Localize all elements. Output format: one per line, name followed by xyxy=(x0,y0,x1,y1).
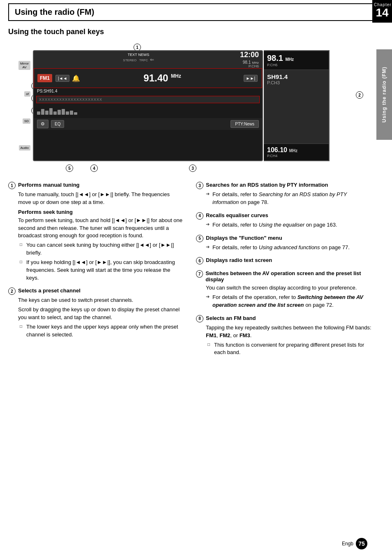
desc-item-7: 7 Switches between the AV operation scre… xyxy=(196,270,371,309)
screen-top-bar: TEXT NEWS STEREO TRFC ⇐ 12:00 98.1 MHz xyxy=(34,51,262,64)
desc-1-bullet-2: If you keep holding [|◄◄] or [►►|], you … xyxy=(20,259,184,282)
main-freq-display: 91.40 MHz xyxy=(82,72,242,84)
desc-4-number: 4 xyxy=(196,212,203,220)
desc-1-sub-para: To perform seek tuning, touch and hold [… xyxy=(18,217,184,240)
sidebar-bottom-channel[interactable]: 106.10 MHz P.CH4 xyxy=(264,144,329,160)
desc-8-bullet-1: This function is convenient for preparin… xyxy=(208,341,371,357)
desc-item-4: 4 Recalls equaliser curves For details, … xyxy=(196,212,371,229)
desc-1-bullets: You can cancel seek tuning by touching e… xyxy=(20,241,184,282)
desc-6-heading: 6 Displays radio text screen xyxy=(196,257,371,264)
stereo-label: STEREO xyxy=(123,58,136,62)
callout-3: 3 xyxy=(189,164,196,172)
desc-6-number: 6 xyxy=(196,257,203,264)
desc-item-6: 6 Displays radio text screen xyxy=(196,257,371,264)
time-value: 12:00 xyxy=(240,51,259,59)
section-heading: Using the touch panel keys xyxy=(8,28,371,36)
screen-text-news: TEXT NEWS STEREO TRFC ⇐ xyxy=(37,53,240,63)
desc-item-8: 8 Selects an FM band Tapping the key rep… xyxy=(196,315,371,357)
desc-3-heading: 3 Searches for an RDS station by PTY inf… xyxy=(196,182,371,189)
desc-2-title: Selects a preset channel xyxy=(18,287,81,294)
desc-item-5: 5 Displays the "Function" menu For detai… xyxy=(196,235,371,252)
desc-2-para-1: The keys can be used to switch preset ch… xyxy=(18,297,184,304)
callout-2-label: 2 xyxy=(356,91,363,99)
skip-back-btn[interactable]: |◄◄ xyxy=(55,75,69,82)
desc-8-number: 8 xyxy=(196,315,203,322)
desc-4-heading: 4 Recalls equaliser curves xyxy=(196,212,371,220)
radio-screen: TEXT NEWS STEREO TRFC ⇐ 12:00 98.1 MHz P… xyxy=(33,50,263,161)
speaker-icon: 🔔 xyxy=(72,74,80,82)
chapter-tab: Chapter 14 xyxy=(372,0,392,23)
desc-1-title: Performs manual tuning xyxy=(18,182,80,188)
desc-item-1: 1 Performs manual tuning To tune manuall… xyxy=(8,182,184,282)
desc-5-arrow: For details, refer to Using advanced fun… xyxy=(206,244,371,252)
desc-7-title: Switches between the AV operation screen… xyxy=(205,270,371,283)
sidebar-bottom-freq: 106.10 MHz xyxy=(267,146,325,154)
sidebar-top-pch: P.CH6 xyxy=(267,63,325,67)
left-label-audio: Audio xyxy=(19,145,30,151)
sidebar-bottom-pch: P.CH4 xyxy=(267,154,325,158)
callout-3-label: 3 xyxy=(189,164,196,172)
freq-top-right: 98.1 xyxy=(243,60,251,65)
left-label-of: of xyxy=(24,91,30,97)
desc-2-number: 2 xyxy=(8,287,16,295)
skip-fwd-btn[interactable]: ►►| xyxy=(244,75,258,82)
engb-label: Engb xyxy=(342,541,353,547)
desc-4-title: Recalls equaliser curves xyxy=(206,212,268,218)
desc-5-number: 5 xyxy=(196,235,203,242)
sidebar-station-name: SH91.4 xyxy=(267,73,325,80)
desc-2-bullet-1: The lower keys and the upper keys appear… xyxy=(20,323,184,339)
desc-8-para: Tapping the key repeatedly switches betw… xyxy=(206,324,371,340)
desc-5-heading: 5 Displays the "Function" menu xyxy=(196,235,371,242)
desc-1-bullet-1: You can cancel seek tuning by touching e… xyxy=(20,241,184,257)
eq-btn[interactable]: EQ xyxy=(51,120,64,128)
page-title: Using the radio (FM) xyxy=(15,7,94,17)
desc-3-number: 3 xyxy=(196,182,203,189)
page-header: Using the radio (FM) xyxy=(8,3,372,21)
wave-bars xyxy=(37,108,77,115)
desc-1-para-1: To tune manually, touch [|◄◄] or [►►|] b… xyxy=(18,191,184,206)
rds-text-value: XXXXXXXXXXXXXXXXXXXXXX xyxy=(39,97,102,102)
desc-8-title: Selects an FM band xyxy=(206,315,256,321)
callout-4: 4 xyxy=(90,164,98,172)
pty-btn[interactable]: PTY:News xyxy=(231,120,259,128)
sidebar-top-freq: 98.1 MHz xyxy=(267,53,325,63)
desc-3-arrow: For details, refer to Searching for an R… xyxy=(206,191,371,206)
page-footer: Engb 75 xyxy=(342,538,367,549)
desc-8-bullets: This function is convenient for preparin… xyxy=(208,341,371,357)
desc-1-heading: 1 Performs manual tuning xyxy=(8,182,184,189)
main-content: Using the touch panel keys 1 MirrorAV of… xyxy=(8,21,371,369)
desc-2-heading: 2 Selects a preset channel xyxy=(8,287,184,295)
function-btn[interactable]: ⚙ xyxy=(37,120,48,128)
left-side-labels: MirrorAV of SD Audio xyxy=(8,50,31,161)
desc-left-col: 1 Performs manual tuning To tune manuall… xyxy=(8,182,184,362)
desc-8-heading: 8 Selects an FM band xyxy=(196,315,371,322)
desc-item-2: 2 Selects a preset channel The keys can … xyxy=(8,287,184,338)
p-ch6-label: P.CH6 xyxy=(249,64,259,68)
desc-3-title: Searches for an RDS station by PTY infor… xyxy=(206,182,328,188)
callout-4-label: 4 xyxy=(90,164,98,172)
pch6-row: P.CH6 xyxy=(34,64,262,68)
radio-sidebar: 98.1 MHz P.CH6 SH91.4 P.CH3 106.10 MHz P… xyxy=(264,50,330,161)
desc-4-arrow: For details, refer to Using the equalise… xyxy=(206,221,371,229)
sidebar-top-channel[interactable]: 98.1 MHz P.CH6 xyxy=(264,51,329,70)
main-freq-value: 91.40 xyxy=(143,72,168,83)
page-number: 75 xyxy=(356,538,367,549)
wave-row xyxy=(34,105,262,118)
desc-right-col: 3 Searches for an RDS station by PTY inf… xyxy=(196,182,371,362)
trfc-label: TRFC xyxy=(139,58,148,62)
bottom-controls: ⚙ EQ PTY:News xyxy=(34,118,262,130)
desc-7-para: You can switch the screen display accord… xyxy=(206,284,371,292)
callout-5-label: 5 xyxy=(66,164,73,172)
main-mhz: MHz xyxy=(171,73,181,79)
side-label: Using the radio (FM) xyxy=(376,49,392,140)
main-freq-row: FM1 |◄◄ 🔔 91.40 MHz ►►| xyxy=(34,68,262,88)
sidebar-mid-pch: P.CH3 xyxy=(267,80,325,85)
desc-6-title: Displays radio text screen xyxy=(206,257,272,263)
desc-2-bullets: The lower keys and the upper keys appear… xyxy=(20,323,184,339)
desc-5-title: Displays the "Function" menu xyxy=(206,235,282,241)
fm-band-btn[interactable]: FM1 xyxy=(37,74,52,82)
sidebar-mid-channel[interactable]: SH91.4 P.CH3 xyxy=(264,70,329,144)
rds-text-row: XXXXXXXXXXXXXXXXXXXXXX xyxy=(36,96,260,103)
desc-7-number: 7 xyxy=(196,270,203,278)
ps-name-row: PS:SH91.4 xyxy=(34,88,262,94)
